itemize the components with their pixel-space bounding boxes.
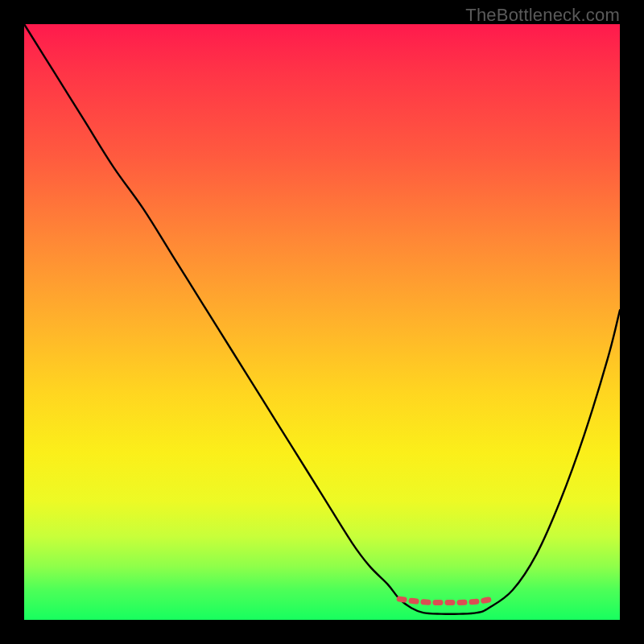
chart-svg [24, 24, 620, 620]
bottleneck-curve-line [24, 24, 620, 614]
chart-frame: TheBottleneck.com [0, 0, 644, 644]
optimal-range-marker-line [399, 598, 494, 602]
plot-area [24, 24, 620, 620]
attribution-label: TheBottleneck.com [465, 5, 620, 26]
